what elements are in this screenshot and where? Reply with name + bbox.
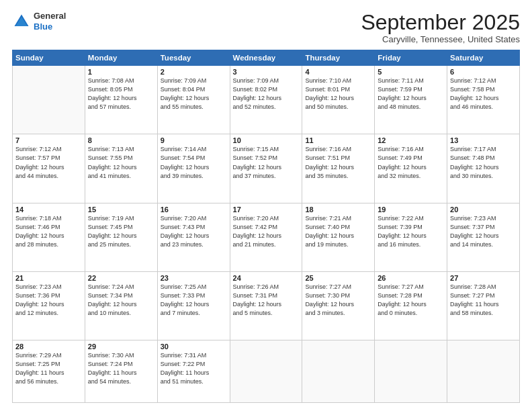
location: Caryville, Tennessee, United States <box>361 34 520 44</box>
table-row: 7Sunrise: 7:12 AM Sunset: 7:57 PM Daylig… <box>13 134 85 203</box>
day-number: 1 <box>88 68 154 76</box>
calendar-header-row: Sunday Monday Tuesday Wednesday Thursday… <box>13 50 520 66</box>
day-info: Sunrise: 7:16 AM Sunset: 7:49 PM Dayligh… <box>378 145 444 180</box>
col-sunday: Sunday <box>13 50 85 66</box>
logo-text: General Blue <box>34 11 66 32</box>
day-number: 24 <box>233 274 300 282</box>
day-info: Sunrise: 7:10 AM Sunset: 8:01 PM Dayligh… <box>305 77 371 111</box>
table-row: 22Sunrise: 7:24 AM Sunset: 7:34 PM Dayli… <box>85 271 157 340</box>
logo: General Blue <box>12 11 66 32</box>
day-info: Sunrise: 7:24 AM Sunset: 7:34 PM Dayligh… <box>88 283 154 318</box>
month-title: September 2025 <box>361 11 520 34</box>
day-number: 14 <box>15 205 82 214</box>
day-number: 27 <box>450 274 517 282</box>
day-info: Sunrise: 7:13 AM Sunset: 7:55 PM Dayligh… <box>88 145 154 180</box>
table-row: 24Sunrise: 7:26 AM Sunset: 7:31 PM Dayli… <box>230 271 302 340</box>
table-row: 13Sunrise: 7:17 AM Sunset: 7:48 PM Dayli… <box>447 134 520 203</box>
table-row <box>13 66 85 134</box>
day-info: Sunrise: 7:16 AM Sunset: 7:51 PM Dayligh… <box>305 145 371 180</box>
day-info: Sunrise: 7:27 AM Sunset: 7:30 PM Dayligh… <box>305 283 371 318</box>
table-row: 4Sunrise: 7:10 AM Sunset: 8:01 PM Daylig… <box>302 66 375 134</box>
col-friday: Friday <box>375 50 447 66</box>
logo-icon <box>12 12 31 31</box>
day-info: Sunrise: 7:09 AM Sunset: 8:02 PM Dayligh… <box>233 77 300 111</box>
col-saturday: Saturday <box>447 50 520 66</box>
table-row: 29Sunrise: 7:30 AM Sunset: 7:24 PM Dayli… <box>85 340 157 403</box>
table-row: 17Sunrise: 7:20 AM Sunset: 7:42 PM Dayli… <box>230 203 302 271</box>
table-row: 16Sunrise: 7:20 AM Sunset: 7:43 PM Dayli… <box>157 203 230 271</box>
day-info: Sunrise: 7:11 AM Sunset: 7:59 PM Dayligh… <box>378 77 444 111</box>
day-number: 29 <box>88 342 154 351</box>
table-row <box>302 340 375 403</box>
day-number: 15 <box>88 205 154 214</box>
day-info: Sunrise: 7:08 AM Sunset: 8:05 PM Dayligh… <box>88 77 154 111</box>
day-info: Sunrise: 7:17 AM Sunset: 7:48 PM Dayligh… <box>450 145 517 180</box>
day-number: 6 <box>450 68 517 76</box>
table-row: 28Sunrise: 7:29 AM Sunset: 7:25 PM Dayli… <box>13 340 85 403</box>
day-info: Sunrise: 7:20 AM Sunset: 7:43 PM Dayligh… <box>161 214 227 249</box>
day-number: 13 <box>450 136 517 144</box>
day-info: Sunrise: 7:31 AM Sunset: 7:22 PM Dayligh… <box>161 351 227 386</box>
day-info: Sunrise: 7:20 AM Sunset: 7:42 PM Dayligh… <box>233 214 300 249</box>
day-number: 10 <box>233 136 300 144</box>
table-row: 20Sunrise: 7:23 AM Sunset: 7:37 PM Dayli… <box>447 203 520 271</box>
table-row: 19Sunrise: 7:22 AM Sunset: 7:39 PM Dayli… <box>375 203 447 271</box>
day-info: Sunrise: 7:25 AM Sunset: 7:33 PM Dayligh… <box>161 283 227 318</box>
table-row: 2Sunrise: 7:09 AM Sunset: 8:04 PM Daylig… <box>157 66 230 134</box>
table-row: 5Sunrise: 7:11 AM Sunset: 7:59 PM Daylig… <box>375 66 447 134</box>
table-row <box>375 340 447 403</box>
table-row: 8Sunrise: 7:13 AM Sunset: 7:55 PM Daylig… <box>85 134 157 203</box>
table-row: 30Sunrise: 7:31 AM Sunset: 7:22 PM Dayli… <box>157 340 230 403</box>
col-thursday: Thursday <box>302 50 375 66</box>
day-number: 5 <box>378 68 444 76</box>
day-number: 21 <box>15 274 82 282</box>
table-row: 25Sunrise: 7:27 AM Sunset: 7:30 PM Dayli… <box>302 271 375 340</box>
page: General Blue September 2025 Caryville, T… <box>0 0 532 411</box>
day-number: 28 <box>15 342 82 351</box>
table-row: 12Sunrise: 7:16 AM Sunset: 7:49 PM Dayli… <box>375 134 447 203</box>
day-info: Sunrise: 7:26 AM Sunset: 7:31 PM Dayligh… <box>233 283 300 318</box>
day-number: 25 <box>305 274 371 282</box>
day-number: 20 <box>450 205 517 214</box>
day-info: Sunrise: 7:30 AM Sunset: 7:24 PM Dayligh… <box>88 351 154 386</box>
day-number: 17 <box>233 205 300 214</box>
day-number: 12 <box>378 136 444 144</box>
day-number: 16 <box>161 205 227 214</box>
day-info: Sunrise: 7:22 AM Sunset: 7:39 PM Dayligh… <box>378 214 444 249</box>
table-row: 18Sunrise: 7:21 AM Sunset: 7:40 PM Dayli… <box>302 203 375 271</box>
day-number: 7 <box>15 136 82 144</box>
day-number: 23 <box>161 274 227 282</box>
logo-general: General <box>34 11 66 21</box>
day-number: 26 <box>378 274 444 282</box>
day-info: Sunrise: 7:28 AM Sunset: 7:27 PM Dayligh… <box>450 283 517 318</box>
col-wednesday: Wednesday <box>230 50 302 66</box>
table-row: 3Sunrise: 7:09 AM Sunset: 8:02 PM Daylig… <box>230 66 302 134</box>
table-row: 1Sunrise: 7:08 AM Sunset: 8:05 PM Daylig… <box>85 66 157 134</box>
day-info: Sunrise: 7:23 AM Sunset: 7:36 PM Dayligh… <box>15 283 82 318</box>
top-section: General Blue September 2025 Caryville, T… <box>12 11 520 44</box>
day-info: Sunrise: 7:29 AM Sunset: 7:25 PM Dayligh… <box>15 351 82 386</box>
table-row <box>447 340 520 403</box>
day-info: Sunrise: 7:23 AM Sunset: 7:37 PM Dayligh… <box>450 214 517 249</box>
col-monday: Monday <box>85 50 157 66</box>
table-row: 23Sunrise: 7:25 AM Sunset: 7:33 PM Dayli… <box>157 271 230 340</box>
table-row: 26Sunrise: 7:27 AM Sunset: 7:28 PM Dayli… <box>375 271 447 340</box>
day-info: Sunrise: 7:12 AM Sunset: 7:58 PM Dayligh… <box>450 77 517 111</box>
table-row: 9Sunrise: 7:14 AM Sunset: 7:54 PM Daylig… <box>157 134 230 203</box>
day-number: 4 <box>305 68 371 76</box>
table-row: 14Sunrise: 7:18 AM Sunset: 7:46 PM Dayli… <box>13 203 85 271</box>
day-info: Sunrise: 7:19 AM Sunset: 7:45 PM Dayligh… <box>88 214 154 249</box>
day-info: Sunrise: 7:12 AM Sunset: 7:57 PM Dayligh… <box>15 145 82 180</box>
day-number: 18 <box>305 205 371 214</box>
day-number: 22 <box>88 274 154 282</box>
day-info: Sunrise: 7:14 AM Sunset: 7:54 PM Dayligh… <box>161 145 227 180</box>
day-number: 11 <box>305 136 371 144</box>
day-info: Sunrise: 7:15 AM Sunset: 7:52 PM Dayligh… <box>233 145 300 180</box>
table-row: 15Sunrise: 7:19 AM Sunset: 7:45 PM Dayli… <box>85 203 157 271</box>
logo-blue: Blue <box>34 21 52 32</box>
table-row: 21Sunrise: 7:23 AM Sunset: 7:36 PM Dayli… <box>13 271 85 340</box>
day-number: 30 <box>161 342 227 351</box>
table-row: 6Sunrise: 7:12 AM Sunset: 7:58 PM Daylig… <box>447 66 520 134</box>
table-row: 10Sunrise: 7:15 AM Sunset: 7:52 PM Dayli… <box>230 134 302 203</box>
header-right: September 2025 Caryville, Tennessee, Uni… <box>361 11 520 44</box>
